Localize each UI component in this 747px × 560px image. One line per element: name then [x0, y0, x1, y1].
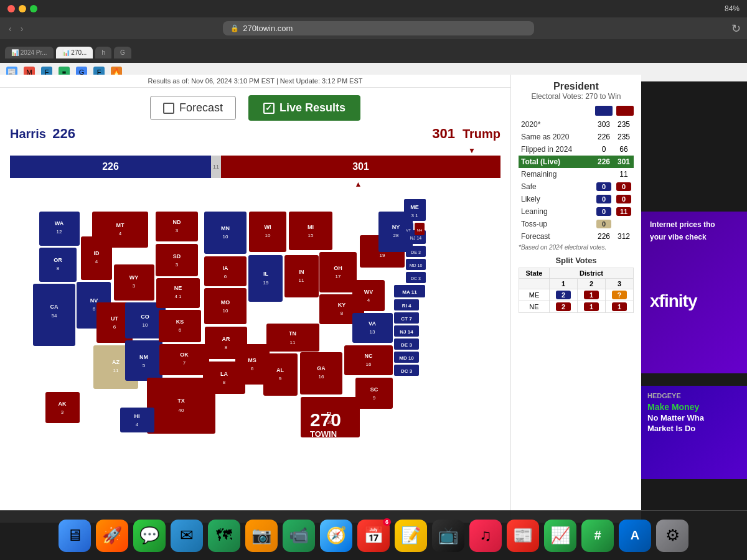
state-al-label: AL — [276, 367, 284, 373]
svg-text:13: 13 — [370, 329, 375, 335]
traffic-lights[interactable] — [7, 5, 37, 12]
stats-color-headers — [519, 106, 634, 116]
state-ia[interactable] — [204, 256, 247, 286]
dock-numbers[interactable]: # — [581, 520, 614, 552]
state-ak[interactable] — [45, 392, 80, 423]
close-button[interactable] — [7, 5, 15, 12]
state-mn[interactable] — [204, 212, 247, 254]
state-or[interactable] — [39, 248, 77, 282]
state-tn[interactable] — [266, 324, 319, 352]
label-safe: Safe — [519, 180, 594, 193]
val-remaining-right: 11 — [614, 168, 634, 180]
nav-buttons[interactable]: ‹ › — [6, 22, 26, 35]
dock: 🖥 🚀 💬 ✉ 🗺 📷 📹 🧭 📅 6 📝 📺 ♫ 📰 📈 # A — [0, 510, 747, 560]
state-oh[interactable] — [319, 252, 357, 292]
svg-text:3: 3 — [133, 283, 136, 289]
dock-music[interactable]: ♫ — [469, 520, 502, 552]
state-ok[interactable] — [159, 344, 209, 375]
state-sd[interactable] — [156, 244, 198, 276]
dock-stocks[interactable]: 📈 — [544, 520, 576, 552]
svg-text:VT: VT — [406, 228, 411, 232]
dock-systemprefs[interactable]: ⚙ — [656, 520, 688, 552]
ad-line1: Internet prices tho — [650, 220, 738, 229]
state-nc[interactable] — [344, 345, 393, 375]
state-ok-label: OK — [180, 352, 189, 358]
svg-text:4 1: 4 1 — [174, 294, 182, 299]
tab-2-active[interactable]: 📊 270... — [56, 47, 93, 58]
fullscreen-button[interactable] — [30, 5, 37, 12]
split-state-ne: NE — [519, 301, 550, 313]
split-votes-title: Split Votes — [519, 256, 634, 265]
val-tossup-right — [614, 218, 634, 230]
state-wv[interactable] — [352, 280, 385, 311]
dock-news[interactable]: 📰 — [507, 520, 539, 552]
live-results-toggle[interactable]: ✓ Live Results — [248, 95, 360, 121]
state-ks[interactable] — [159, 310, 201, 342]
state-wi[interactable] — [249, 212, 286, 252]
state-mo-label: MO — [221, 299, 230, 306]
maps-icon: 🗺 — [216, 526, 232, 545]
dock-appletv[interactable]: 📺 — [432, 520, 464, 552]
dock-launchpad[interactable]: 🚀 — [96, 520, 128, 552]
blue-color-box — [595, 106, 613, 116]
state-hi[interactable] — [120, 408, 154, 432]
dock-appstore[interactable]: A — [619, 520, 651, 552]
state-hi-label: HI — [134, 413, 140, 419]
svg-text:4: 4 — [95, 259, 98, 264]
svg-text:9: 9 — [373, 395, 376, 401]
tab-1[interactable]: 📊 2024 Pr... — [5, 47, 54, 58]
reload-button[interactable]: ↻ — [731, 22, 741, 35]
dock-safari[interactable]: 🧭 — [320, 520, 352, 552]
svg-text:11: 11 — [113, 368, 119, 373]
state-in[interactable] — [284, 255, 319, 297]
state-va[interactable] — [352, 313, 393, 343]
state-mo[interactable] — [204, 288, 247, 324]
forecast-checkbox[interactable] — [163, 103, 174, 114]
trump-section: 301 Trump — [432, 126, 500, 142]
state-mt[interactable] — [92, 212, 148, 248]
val-2020-blue: 303 — [594, 118, 614, 131]
state-mi[interactable] — [289, 212, 332, 250]
dock-photos[interactable]: 📷 — [245, 520, 278, 552]
dock-finder[interactable]: 🖥 — [59, 520, 91, 552]
label-likely: Likely — [519, 193, 594, 205]
split-me-d3: ? — [605, 289, 633, 301]
state-ga[interactable] — [300, 352, 342, 394]
harris-section: Harris 226 — [10, 126, 75, 142]
minimize-button[interactable] — [19, 5, 26, 12]
state-mn-label: MN — [221, 225, 230, 231]
row-forecast: Forecast 226 312 — [519, 230, 634, 243]
page-content: Results as of: Nov 06, 2024 3:10 PM EST … — [0, 75, 510, 523]
val-safe-red: 0 — [614, 180, 634, 193]
dock-maps[interactable]: 🗺 — [208, 520, 240, 552]
dock-calendar[interactable]: 📅 6 — [357, 520, 390, 552]
state-il[interactable] — [248, 255, 283, 302]
state-nm[interactable] — [125, 340, 162, 381]
dock-facetime[interactable]: 📹 — [283, 520, 315, 552]
battery-status: 84% — [725, 4, 740, 13]
row-total-live: Total (Live) 226 301 — [519, 156, 634, 168]
dock-mail[interactable]: ✉ — [171, 520, 203, 552]
ad-brand[interactable]: xfinity — [650, 291, 738, 311]
state-ms-label: MS — [248, 357, 256, 363]
back-button[interactable]: ‹ — [6, 22, 14, 35]
dock-messages[interactable]: 💬 — [133, 520, 166, 552]
state-me-label: ME — [410, 204, 419, 210]
stats-title: President — [519, 81, 634, 92]
forward-button[interactable]: › — [18, 22, 26, 35]
tab-4[interactable]: G — [114, 47, 131, 58]
svg-text:8: 8 — [225, 345, 228, 350]
state-al[interactable] — [263, 353, 298, 396]
ad2-brand: HEDGEYE — [647, 392, 741, 399]
forecast-toggle[interactable]: Forecast — [150, 96, 236, 120]
address-bar[interactable]: 🔒 270towin.com — [223, 21, 534, 35]
state-sc[interactable] — [355, 378, 393, 409]
state-nd[interactable] — [156, 212, 198, 241]
state-wy[interactable] — [114, 264, 154, 301]
svg-text:54: 54 — [52, 313, 57, 319]
dock-notes[interactable]: 📝 — [395, 520, 427, 552]
tab-3[interactable]: h — [95, 47, 111, 58]
svg-text:5: 5 — [143, 363, 146, 368]
state-ne[interactable] — [156, 278, 200, 308]
live-checkbox[interactable]: ✓ — [263, 103, 275, 114]
